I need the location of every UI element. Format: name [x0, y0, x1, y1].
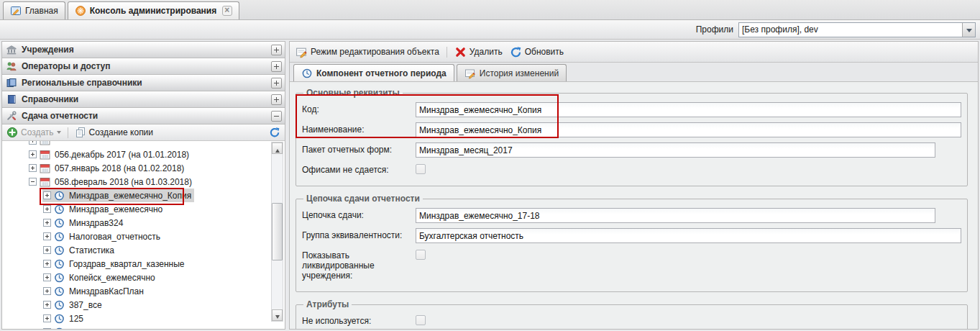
- tree-row[interactable]: 057.январь 2018 (на 01.02.2018): [2, 161, 285, 175]
- expander-icon[interactable]: [43, 260, 51, 268]
- create-copy-button[interactable]: Создание копии: [73, 126, 155, 139]
- expander-icon[interactable]: [43, 328, 51, 329]
- scroll-up-icon[interactable]: [272, 142, 283, 154]
- submission-chain-input[interactable]: [416, 208, 935, 223]
- expander-icon[interactable]: [43, 287, 51, 295]
- field-submission-chain: Цепочка сдачи:: [302, 208, 961, 223]
- field-not-used: Не используется:: [302, 314, 961, 326]
- profile-select[interactable]: [Без профиля], dev: [738, 22, 976, 37]
- clock-icon: [53, 245, 65, 256]
- field-code: Код:: [302, 102, 961, 117]
- expander-icon[interactable]: [43, 205, 51, 213]
- tab-change-history[interactable]: История изменений: [457, 64, 567, 81]
- clock-icon: [53, 204, 65, 215]
- detail-panel: Режим редактирования объекта Удалить Обн…: [289, 41, 979, 330]
- create-button[interactable]: Создать: [5, 126, 63, 139]
- copy-icon: [75, 127, 86, 138]
- expander-icon[interactable]: [43, 301, 51, 309]
- not-used-checkbox[interactable]: [416, 315, 426, 325]
- report-forms-package-input[interactable]: [416, 142, 935, 158]
- sidebar-item-report-submission[interactable]: Сдача отчетности: [2, 108, 285, 124]
- clock-icon: [53, 258, 65, 270]
- expand-button[interactable]: [271, 78, 282, 89]
- tab-admin-console[interactable]: Консоль администрирования: [68, 1, 240, 19]
- fieldset-submission-chain: Цепочка сдачи отчетности Цепочка сдачи: …: [296, 194, 968, 292]
- edit-doc-icon: [464, 68, 476, 79]
- regional-books-icon: [6, 77, 17, 89]
- delete-x-icon: [454, 46, 467, 58]
- tree-row[interactable]: Горздрав_квартал_казенные: [2, 257, 285, 271]
- tab-home-label: Главная: [25, 6, 58, 16]
- tab-report-period-component[interactable]: Компонент отчетного периода: [293, 64, 454, 81]
- tree-row[interactable]: 178: [2, 325, 285, 329]
- close-tab-icon[interactable]: [222, 6, 232, 16]
- tree-row[interactable]: 056.декабрь 2017 (на 01.01.2018): [2, 148, 285, 161]
- clock-icon: [53, 286, 65, 297]
- detail-toolbar: Режим редактирования объекта Удалить Обн…: [290, 42, 978, 63]
- scrollbar-thumb[interactable]: [272, 203, 283, 260]
- tree-row[interactable]: МинздравКасПлан: [2, 284, 285, 298]
- scroll-down-icon[interactable]: [272, 309, 283, 321]
- pencil-square-icon: [10, 5, 22, 17]
- tree-refresh-button[interactable]: [267, 126, 282, 139]
- tree-row[interactable]: Статистика: [2, 243, 285, 257]
- tree-row[interactable]: 058.февраль 2018 (на 01.03.2018): [2, 175, 285, 189]
- tree-row[interactable]: Копейск_ежемесячно: [2, 271, 285, 284]
- equivalence-group-input[interactable]: [416, 228, 961, 243]
- tree-row[interactable]: Минздрав324: [2, 216, 285, 230]
- refresh-icon: [269, 127, 280, 138]
- expand-button[interactable]: [271, 45, 282, 55]
- sidebar-item-institutions[interactable]: Учреждения: [2, 42, 285, 58]
- expander-icon[interactable]: [29, 178, 37, 186]
- profile-label: Профили: [696, 24, 733, 35]
- sidebar-item-regional-dictionaries[interactable]: Региональные справочники: [2, 75, 285, 91]
- expander-icon[interactable]: [43, 314, 51, 322]
- tree-row[interactable]: 125: [2, 312, 285, 325]
- navigation-panel: Учреждения Операторы и доступ Региональн…: [1, 41, 285, 330]
- tab-home[interactable]: Главная: [3, 1, 65, 19]
- fieldset-main-requisites: Основные реквизиты Код: Наименование: Па…: [296, 88, 968, 186]
- tree-scrollbar[interactable]: [271, 142, 283, 322]
- chevron-down-icon: [57, 131, 61, 136]
- clock-icon: [53, 327, 65, 330]
- expander-icon[interactable]: [29, 141, 37, 145]
- clock-icon: [301, 68, 313, 79]
- profile-bar: Профили [Без профиля], dev: [0, 20, 980, 40]
- expand-button[interactable]: [271, 94, 282, 105]
- name-input[interactable]: [416, 122, 961, 137]
- code-input[interactable]: [416, 102, 961, 117]
- delete-button[interactable]: Удалить: [453, 45, 504, 59]
- tree-row[interactable]: Минздрав_ежемесячно: [2, 202, 285, 216]
- expander-icon[interactable]: [43, 219, 51, 227]
- book-icon: [6, 94, 17, 105]
- tree-row-selected[interactable]: Минздрав_ежемесячно_Копия: [2, 189, 285, 202]
- expander-icon[interactable]: [29, 164, 37, 172]
- sidebar-item-dictionaries[interactable]: Справочники: [2, 91, 285, 108]
- orange-icon: [75, 5, 86, 17]
- edit-mode-button[interactable]: Режим редактирования объекта: [294, 45, 441, 59]
- expander-icon[interactable]: [29, 150, 37, 158]
- expander-icon[interactable]: [43, 273, 51, 281]
- clock-icon: [53, 299, 65, 311]
- expand-button[interactable]: [271, 61, 282, 72]
- expander-icon[interactable]: [43, 232, 51, 240]
- sidebar-item-operators[interactable]: Операторы и доступ: [2, 58, 285, 75]
- tree-row[interactable]: Налоговая_отчетность: [2, 230, 285, 243]
- tab-admin-console-label: Консоль администрирования: [90, 6, 217, 16]
- expander-icon[interactable]: [43, 191, 51, 199]
- field-not-submitted-by-offices: Офисами не сдается:: [302, 163, 961, 175]
- not-submitted-by-offices-checkbox[interactable]: [416, 164, 426, 174]
- expander-icon[interactable]: [43, 246, 51, 254]
- tree-toolbar: Создать Создание копии: [2, 124, 285, 141]
- field-show-liquidated: Показывать ликвидированные учреждения:: [302, 248, 961, 281]
- tree-row[interactable]: 387_все: [2, 298, 285, 312]
- tree-row-partial[interactable]: [2, 141, 285, 148]
- show-liquidated-checkbox[interactable]: [416, 250, 426, 260]
- fieldset-attributes: Атрибуты Не используется:: [296, 299, 968, 329]
- tools-icon: [6, 110, 17, 122]
- refresh-button[interactable]: Обновить: [508, 45, 565, 59]
- edit-doc-icon: [296, 46, 308, 58]
- report-periods-tree: 056.декабрь 2017 (на 01.01.2018) 057.янв…: [2, 141, 285, 329]
- collapse-button[interactable]: [271, 111, 282, 122]
- chevron-down-icon[interactable]: [962, 23, 975, 37]
